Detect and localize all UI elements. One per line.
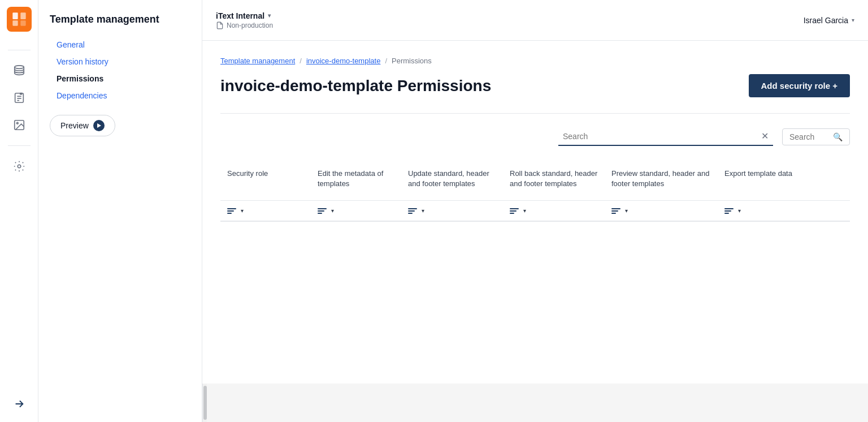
expand-icon[interactable] — [8, 393, 31, 415]
table-filter-row: ▾ ▾ — [220, 201, 850, 222]
sidebar-item-version-history[interactable]: Version history — [50, 54, 190, 70]
filter-icon-2 — [318, 208, 327, 214]
search-icon: 🔍 — [833, 132, 843, 141]
svg-point-4 — [14, 66, 24, 69]
svg-rect-1 — [20, 12, 25, 19]
filter-chevron-4: ▾ — [523, 208, 526, 214]
image-icon[interactable] — [8, 114, 31, 136]
env-label: Non-production — [216, 21, 273, 29]
col-rollback-standard: Roll back standard, header and footer te… — [503, 164, 605, 193]
template-icon[interactable] — [8, 87, 31, 109]
page-title: invoice-demo-template Permissions — [220, 77, 491, 95]
svg-point-11 — [16, 122, 18, 124]
rail-bottom — [8, 393, 31, 415]
svg-rect-3 — [20, 20, 25, 25]
filter-edit-metadata[interactable]: ▾ — [311, 208, 401, 214]
topbar-left: iText Internal ▾ Non-production — [216, 11, 273, 29]
svg-point-12 — [18, 165, 21, 168]
preview-button[interactable]: Preview — [50, 115, 115, 136]
filter-preview-standard[interactable]: ▾ — [605, 208, 718, 214]
rail-divider-1 — [8, 50, 31, 50]
topbar: iText Internal ▾ Non-production Israel G… — [202, 0, 868, 41]
sidebar-item-dependencies[interactable]: Dependencies — [50, 88, 190, 104]
filter-chevron-2: ▾ — [331, 208, 334, 214]
col-preview-standard: Preview standard, header and footer temp… — [605, 164, 718, 193]
gear-icon[interactable] — [8, 155, 31, 178]
filter-chevron-5: ▾ — [625, 208, 628, 214]
svg-rect-9 — [19, 93, 22, 95]
filter-chevron-1: ▾ — [241, 208, 244, 214]
svg-rect-2 — [12, 20, 18, 25]
org-chevron-icon: ▾ — [268, 12, 271, 19]
sidebar-item-permissions[interactable]: Permissions — [50, 71, 190, 87]
breadcrumb: Template management / invoice-demo-templ… — [220, 57, 850, 65]
svg-rect-0 — [12, 12, 18, 19]
col-update-standard: Update standard, header and footer templ… — [401, 164, 503, 193]
filter-export-template[interactable]: ▾ — [718, 208, 819, 214]
app-logo[interactable] — [7, 7, 32, 32]
preview-label: Preview — [60, 121, 89, 130]
sidebar-nav: General Version history Permissions Depe… — [50, 37, 190, 104]
breadcrumb-sep-2: / — [385, 57, 387, 65]
sidebar-title: Template management — [50, 14, 190, 25]
icon-rail — [0, 0, 38, 422]
permissions-area: ✕ 🔍 Security role Edit the metadata of t… — [220, 113, 850, 222]
filter-icon-1 — [227, 208, 236, 214]
col-edit-metadata: Edit the metadata of templates — [311, 164, 401, 193]
user-menu[interactable]: Israel Garcia ▾ — [804, 16, 854, 25]
user-chevron-icon: ▾ — [852, 17, 854, 23]
main-search-input[interactable] — [563, 132, 757, 141]
org-selector[interactable]: iText Internal ▾ — [216, 11, 273, 20]
filter-icon-4 — [510, 208, 519, 214]
filter-chevron-6: ▾ — [738, 208, 741, 214]
scroll-thumb[interactable] — [203, 386, 207, 420]
filter-icon-3 — [408, 208, 417, 214]
org-name: iText Internal — [216, 11, 264, 20]
filter-update-standard[interactable]: ▾ — [401, 208, 503, 214]
doc-icon — [216, 21, 224, 29]
main-wrapper: iText Internal ▾ Non-production Israel G… — [202, 0, 868, 422]
table-header: Security role Edit the metadata of templ… — [220, 164, 850, 201]
filter-icon-6 — [724, 208, 734, 214]
sidebar-item-general[interactable]: General — [50, 37, 190, 53]
search-row: ✕ 🔍 — [220, 127, 850, 146]
search-clear-icon[interactable]: ✕ — [761, 131, 769, 141]
scroll-indicator — [202, 384, 207, 422]
secondary-search[interactable]: 🔍 — [782, 128, 850, 145]
breadcrumb-invoice-demo[interactable]: invoice-demo-template — [306, 57, 381, 65]
col-security-role: Security role — [220, 164, 311, 193]
content-area: Template management / invoice-demo-templ… — [202, 41, 868, 384]
env-name: Non-production — [227, 21, 273, 29]
filter-chevron-3: ▾ — [422, 208, 424, 214]
breadcrumb-sep-1: / — [300, 57, 302, 65]
breadcrumb-template-management[interactable]: Template management — [220, 57, 295, 65]
user-name: Israel Garcia — [804, 16, 848, 25]
filter-rollback-standard[interactable]: ▾ — [503, 208, 605, 214]
database-icon[interactable] — [8, 59, 31, 82]
breadcrumb-current: Permissions — [392, 57, 432, 65]
play-icon — [93, 120, 105, 131]
page-header: invoice-demo-template Permissions Add se… — [220, 74, 850, 97]
sidebar: Template management General Version hist… — [38, 0, 202, 422]
filter-security-role[interactable]: ▾ — [220, 208, 311, 214]
main-search[interactable]: ✕ — [558, 127, 773, 146]
col-export-template: Export template data — [718, 164, 819, 193]
rail-divider-2 — [8, 145, 31, 146]
add-security-role-button[interactable]: Add security role + — [749, 74, 850, 97]
filter-icon-5 — [611, 208, 620, 214]
secondary-search-input[interactable] — [789, 132, 828, 141]
